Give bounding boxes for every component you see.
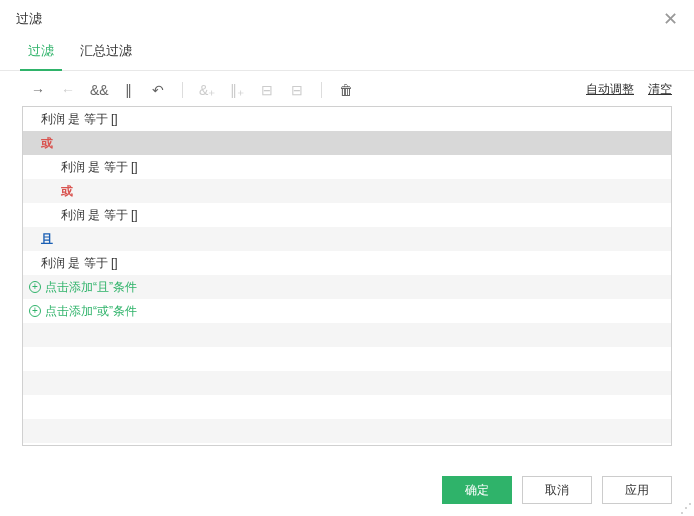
empty-row [23, 347, 671, 371]
footer: 确定 取消 应用 [442, 476, 672, 504]
dialog-title: 过滤 [16, 10, 42, 28]
operator-or: 或 [61, 179, 73, 203]
empty-row [23, 395, 671, 419]
group1-icon[interactable]: ⊟ [259, 82, 275, 98]
ampersand-icon[interactable]: && [90, 82, 106, 98]
rule-row[interactable]: 利润 是 等于 [] [23, 251, 671, 275]
add-or-row[interactable]: + 点击添加“或”条件 [23, 299, 671, 323]
rule-row[interactable]: 利润 是 等于 [] [23, 107, 671, 131]
empty-row [23, 323, 671, 347]
undo-icon[interactable]: ↶ [150, 82, 166, 98]
dialog-header: 过滤 ✕ [0, 0, 694, 34]
empty-row [23, 371, 671, 395]
add-amp-icon[interactable]: &₊ [199, 82, 215, 98]
resize-handle-icon[interactable]: ⋰ [680, 502, 692, 514]
toolbar-divider [182, 82, 183, 98]
rule-row-and[interactable]: 且 [23, 227, 671, 251]
add-and-link[interactable]: + 点击添加“且”条件 [29, 275, 137, 299]
auto-adjust-link[interactable]: 自动调整 [586, 81, 634, 98]
condition: 利润 是 等于 [] [61, 155, 138, 179]
delete-icon[interactable]: 🗑 [338, 82, 354, 98]
condition: 利润 是 等于 [] [61, 203, 138, 227]
add-or-label: 点击添加“或”条件 [45, 299, 137, 323]
add-or-link[interactable]: + 点击添加“或”条件 [29, 299, 137, 323]
pipe-icon[interactable]: ‖ [120, 82, 136, 98]
toolbar: → ← && ‖ ↶ &₊ ‖₊ ⊟ ⊟ 🗑 自动调整 清空 [0, 71, 694, 106]
tabs: 过滤 汇总过滤 [0, 34, 694, 71]
add-pipe-icon[interactable]: ‖₊ [229, 82, 245, 98]
close-icon[interactable]: ✕ [663, 10, 678, 28]
rule-row-or[interactable]: 或 [23, 179, 671, 203]
arrow-left-icon[interactable]: ← [60, 82, 76, 98]
condition: 利润 是 等于 [] [41, 107, 118, 131]
empty-row [23, 419, 671, 443]
arrow-right-icon[interactable]: → [30, 82, 46, 98]
toolbar-divider-2 [321, 82, 322, 98]
apply-button[interactable]: 应用 [602, 476, 672, 504]
operator-and: 且 [41, 227, 53, 251]
clear-link[interactable]: 清空 [648, 81, 672, 98]
operator-or: 或 [41, 131, 53, 155]
group2-icon[interactable]: ⊟ [289, 82, 305, 98]
condition: 利润 是 等于 [] [41, 251, 118, 275]
add-and-label: 点击添加“且”条件 [45, 275, 137, 299]
add-and-row[interactable]: + 点击添加“且”条件 [23, 275, 671, 299]
rule-row-or[interactable]: 或 [23, 131, 671, 155]
cancel-button[interactable]: 取消 [522, 476, 592, 504]
plus-icon: + [29, 281, 41, 293]
rule-row[interactable]: 利润 是 等于 [] [23, 155, 671, 179]
plus-icon: + [29, 305, 41, 317]
rules-area[interactable]: 利润 是 等于 [] 或 利润 是 等于 [] 或 利润 是 等于 [] 且 利… [22, 106, 672, 446]
rule-row[interactable]: 利润 是 等于 [] [23, 203, 671, 227]
tab-filter[interactable]: 过滤 [24, 34, 58, 70]
tab-summary-filter[interactable]: 汇总过滤 [76, 34, 136, 70]
ok-button[interactable]: 确定 [442, 476, 512, 504]
